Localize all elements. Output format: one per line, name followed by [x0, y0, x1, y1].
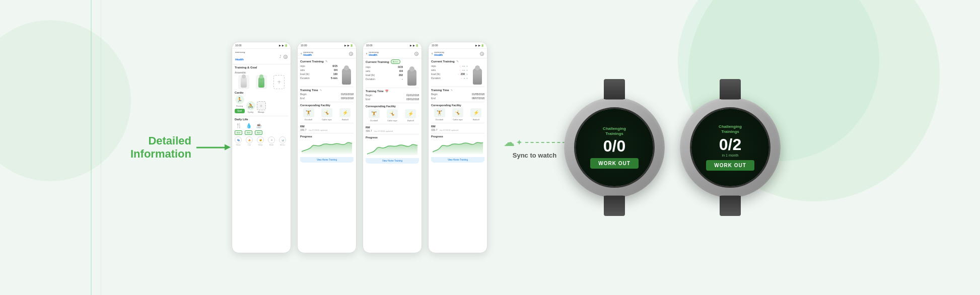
body-figure-2: [258, 77, 264, 88]
running-item: 🏃 Running Start: [235, 95, 245, 113]
coffee-add-btn[interactable]: Add: [255, 130, 262, 135]
ct-stat-dur-4: Duration － - ＋: [431, 77, 468, 80]
figure-small-4: [473, 68, 482, 85]
cf-dumbell-icon-4: 🏋: [434, 108, 445, 117]
phone-4-status-bar: 10:00 ▶ ▶ 🔋: [429, 42, 487, 49]
cf-barbell-label-4: Barbell: [473, 118, 479, 121]
water-icon[interactable]: 💧: [246, 123, 252, 128]
figure-small-3: [407, 69, 416, 86]
ct-stat-reps-3: reps 0/15: [366, 65, 403, 68]
back-arrow-3[interactable]: ‹: [366, 52, 367, 55]
daily-icons-row: 🍴 Add 💧 Add ☕ Add: [235, 123, 288, 135]
coffee-icon[interactable]: ☕: [256, 123, 262, 128]
body-icon-2: [256, 75, 267, 89]
bluetooth-symbol: ✦: [516, 138, 522, 146]
cf-items-4: 🏋 Dumbell 🤸 Cable rope ⚡ Barbell: [431, 108, 484, 121]
ct-stat-load-4: load (lb) － 230 ＋: [431, 72, 468, 76]
ct-stat-reps-4: reps － - - ＋: [431, 64, 468, 67]
watch-1-workout-btn[interactable]: WORK OUT: [590, 158, 639, 169]
reps-minus-4[interactable]: －: [459, 64, 461, 67]
progress-chart-2: [300, 139, 354, 154]
view-more-btn-3[interactable]: View Home Training: [366, 158, 419, 164]
food-icon[interactable]: 🍴: [236, 123, 242, 128]
view-more-btn-2[interactable]: View Home Training: [300, 157, 354, 163]
samsung-health-3: samsungHealth: [369, 51, 379, 56]
cloud-bluetooth-container: ☁ ✦: [504, 136, 522, 149]
ct-figure-4: [470, 64, 484, 85]
tt-edit-2[interactable]: ✎: [320, 89, 322, 92]
body-icons-row: +: [235, 75, 288, 89]
tt-header-2: Training Time ✎: [300, 89, 354, 92]
watch-1-training-label: ChallengingTrainings: [603, 126, 626, 136]
phone-1-signal: ▶ ▶ 🔋: [279, 44, 288, 47]
cycling-item: 🚴 Cycling: [246, 101, 255, 113]
cf-dumbell-3: 🏋 Dumbell: [369, 109, 380, 122]
watches-section: ChallengingTrainings 0/0 WORK OUT: [564, 79, 781, 216]
load-plus-4[interactable]: ＋: [466, 72, 468, 76]
dur-plus-4[interactable]: ＋: [466, 77, 468, 80]
watch-2-band-top: [720, 79, 741, 99]
annotation-line2: Information: [130, 148, 191, 160]
food-add-btn[interactable]: Add: [235, 130, 242, 135]
watch-2-screen-inner: ChallengingTrainings 0/2 in 1 month WORK…: [691, 109, 769, 186]
ct-status-badge-3: Active: [391, 59, 400, 64]
running-icon[interactable]: 🏃: [235, 95, 244, 104]
tt-calendar-3[interactable]: 📅: [385, 90, 388, 93]
body-icon-add[interactable]: +: [273, 75, 285, 89]
load-minus-4[interactable]: －: [457, 72, 460, 76]
water-add-btn[interactable]: Add: [245, 130, 252, 135]
share-icon[interactable]: ⤴: [279, 55, 282, 58]
phone-1-header: samsung Health ⤴ ⚙: [232, 49, 291, 64]
ct-stat-load-2: load (lb) 130: [300, 72, 337, 76]
watch-1-band-top: [604, 79, 625, 99]
back-arrow-2[interactable]: ‹: [301, 52, 302, 55]
reps-label-2: reps: [300, 64, 305, 67]
settings-icon[interactable]: ⚙: [284, 55, 288, 59]
settings-icon-4[interactable]: ⚙: [480, 52, 484, 56]
progress-title-4: Progress: [431, 135, 484, 138]
phone-2-signal: ▶ ▶ 🔋: [344, 44, 353, 47]
rm-value-4: 330.7: [431, 128, 438, 131]
watch-2-workout-btn[interactable]: WORK OUT: [706, 160, 754, 171]
progress-section-4: Progress: [431, 133, 484, 156]
cf-barbell-icon-2: ⚡: [339, 108, 351, 117]
annotation-arrow: [196, 147, 227, 149]
ct-edit-2[interactable]: ✎: [325, 59, 328, 63]
tt-edit-4[interactable]: ✎: [451, 89, 453, 92]
settings-icon-3[interactable]: ⚙: [414, 52, 418, 56]
cycling-icon[interactable]: 🚴: [246, 101, 255, 110]
cf-dumbell-2: 🏋 Dumbell: [303, 108, 314, 121]
cf-cable-label-2: Cable rope: [322, 118, 332, 121]
coffee-item: ☕ Add: [255, 123, 262, 135]
settings-icon-2[interactable]: ⚙: [349, 52, 353, 56]
cf-section-4: Corresponding Facility 🏋 Dumbell 🤸 Cable…: [431, 102, 484, 121]
training-goal-title: Training & Goal: [235, 66, 288, 69]
phone-1-content: Training & Goal Anaerobic + Cardio: [232, 64, 291, 253]
manage-item: + Manage: [257, 101, 266, 113]
dur-value-2: 5 min: [331, 77, 337, 80]
annotation-label: Detailed Information: [111, 134, 191, 161]
cycling-label: Cycling: [248, 111, 253, 113]
back-arrow-4[interactable]: ‹: [432, 52, 433, 55]
watch-2-wrapper: ChallengingTrainings 0/2 in 1 month WORK…: [680, 79, 781, 216]
ct-stats-3: reps 0/15 sets 0/4 load (lb) 202 Durat: [366, 65, 403, 86]
samsung-health-4: samsungHealth: [434, 51, 444, 56]
ct-edit-4[interactable]: ✎: [456, 59, 459, 63]
reps-plus-4[interactable]: ＋: [466, 64, 468, 67]
phone-1: 10:00 ▶ ▶ 🔋 samsung Health ⤴ ⚙ Training …: [232, 42, 291, 253]
cf-barbell-2: ⚡ Barbell: [339, 108, 351, 121]
sets-minus-4[interactable]: －: [459, 68, 461, 71]
tt-begin-val-4: 01/05/2018: [472, 93, 484, 96]
load-value-3: 202: [399, 73, 403, 77]
tt-begin-val-3: 01/01/2018: [406, 94, 419, 97]
start-btn[interactable]: Start: [235, 109, 245, 113]
view-more-btn-4[interactable]: View Home Training: [431, 157, 484, 163]
cf-cable-4: 🤸 Cable rope: [452, 108, 463, 121]
ct-header-2: Current Training ✎: [300, 59, 354, 63]
dur-minus-4[interactable]: －: [460, 77, 463, 80]
body-icon-1: [238, 75, 249, 89]
goal-calories: 🔥 Cal: [246, 136, 253, 146]
manage-icon[interactable]: +: [257, 101, 266, 110]
sets-plus-4[interactable]: ＋: [466, 68, 468, 71]
ct-header-3: Current Training Active: [366, 59, 419, 64]
